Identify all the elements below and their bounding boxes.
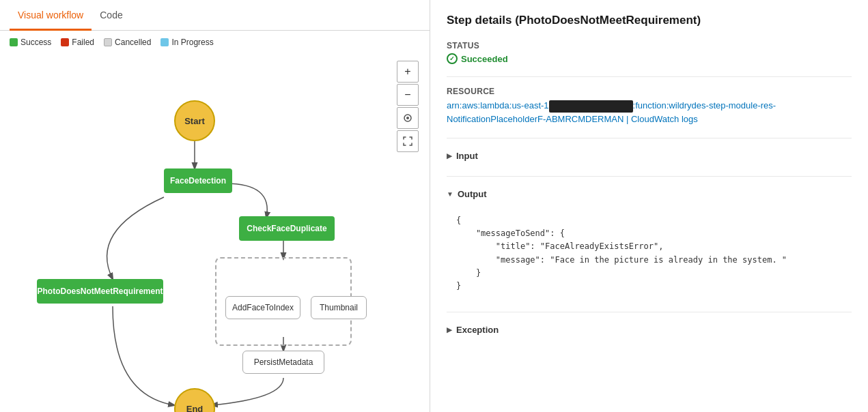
output-arrow-icon: ▼ (447, 190, 453, 198)
tabs-bar: Visual workflow Code (0, 0, 430, 31)
legend-cancelled-label: Cancelled (115, 38, 151, 47)
status-text: Succeeded (461, 54, 508, 64)
legend-failed-label: Failed (72, 38, 94, 47)
resource-arn-prefix: arn:aws:lambda:us-east-1 (447, 100, 549, 111)
cancelled-dot (104, 38, 112, 46)
zoom-controls: + − (397, 61, 419, 152)
step-details-title: Step details (PhotoDoesNotMeetRequiremen… (447, 14, 852, 27)
success-dot (10, 38, 18, 46)
resource-arn-link[interactable]: arn:aws:lambda:us-east-1██████████████:f… (447, 100, 776, 124)
divider-4 (447, 312, 852, 312)
exception-arrow-icon: ▶ (447, 326, 452, 334)
output-json-block: { "messageToSend": { "title": "FaceAlrea… (447, 207, 852, 299)
node-photo-does-not-meet[interactable]: PhotoDoesNotMeetRequirement (37, 279, 163, 304)
legend: Success Failed Cancelled In Progress (0, 31, 430, 54)
output-json-text: { "messageToSend": { "title": "FaceAlrea… (456, 214, 842, 293)
tab-code[interactable]: Code (92, 0, 130, 31)
divider-2 (447, 138, 852, 138)
legend-in-progress: In Progress (160, 38, 213, 47)
tab-visual-workflow[interactable]: Visual workflow (10, 0, 92, 31)
node-thumbnail[interactable]: Thumbnail (311, 296, 367, 319)
node-add-face-to-index[interactable]: AddFaceToIndex (225, 296, 300, 319)
node-persist-metadata[interactable]: PersistMetadata (242, 351, 324, 374)
zoom-in-button[interactable]: + (397, 61, 419, 83)
status-value: ✓ Succeeded (447, 53, 852, 64)
node-check-face-duplicate[interactable]: CheckFaceDuplicate (239, 216, 335, 241)
resource-label: Resource (447, 87, 852, 96)
right-panel: Step details (PhotoDoesNotMeetRequiremen… (430, 0, 868, 412)
input-label: Input (456, 151, 478, 161)
output-section: ▼ Output { "messageToSend": { "title": "… (447, 186, 852, 299)
input-arrow-icon: ▶ (447, 152, 452, 160)
cloudwatch-logs-link[interactable]: | CloudWatch logs (626, 114, 698, 124)
input-collapsible[interactable]: ▶ Input (447, 148, 852, 164)
output-label: Output (458, 189, 487, 199)
legend-failed: Failed (61, 38, 94, 47)
legend-success-label: Success (20, 38, 51, 47)
divider-3 (447, 176, 852, 177)
divider-1 (447, 76, 852, 77)
resource-arn-line: arn:aws:lambda:us-east-1██████████████:f… (447, 99, 852, 126)
zoom-out-button[interactable]: − (397, 84, 419, 106)
legend-success: Success (10, 38, 51, 47)
node-face-detection[interactable]: FaceDetection (164, 168, 232, 193)
exception-label: Exception (456, 325, 499, 335)
node-end[interactable]: End (174, 388, 215, 412)
failed-dot (61, 38, 69, 46)
in-progress-dot (160, 38, 169, 46)
node-start[interactable]: Start (174, 100, 215, 141)
status-icon: ✓ (447, 53, 458, 64)
legend-cancelled: Cancelled (104, 38, 151, 47)
zoom-reset-button[interactable] (397, 107, 419, 129)
status-section: Status ✓ Succeeded (447, 41, 852, 64)
resource-arn-redacted: ██████████████ (549, 100, 633, 113)
svg-point-6 (406, 117, 409, 119)
output-collapsible[interactable]: ▼ Output (447, 186, 852, 202)
legend-in-progress-label: In Progress (171, 38, 213, 47)
input-section: ▶ Input (447, 148, 852, 164)
resource-section: Resource arn:aws:lambda:us-east-1███████… (447, 87, 852, 126)
status-label: Status (447, 41, 852, 50)
left-panel: Visual workflow Code Success Failed Canc… (0, 0, 430, 412)
workflow-area: Start FaceDetection CheckFaceDuplicate P… (0, 54, 430, 412)
exception-section: ▶ Exception (447, 322, 852, 338)
fit-to-screen-button[interactable] (397, 130, 419, 152)
exception-collapsible[interactable]: ▶ Exception (447, 322, 852, 338)
